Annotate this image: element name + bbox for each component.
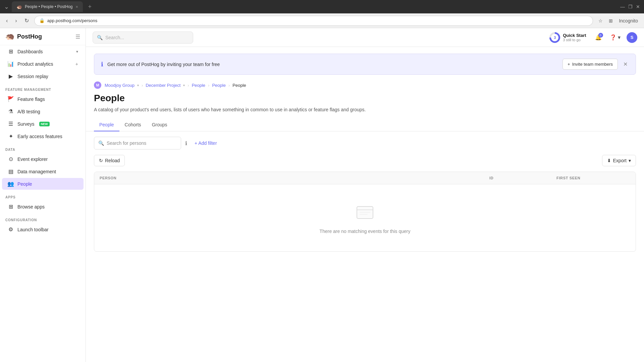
search-placeholder: Search... (105, 35, 124, 40)
breadcrumb-sep-2: › (187, 83, 189, 88)
main-content: 🔍 Search... 3 Quick Start 3 still to go … (86, 28, 644, 362)
sidebar-item-early-access[interactable]: ✦ Early access features (2, 130, 84, 142)
sidebar-item-feature-flags[interactable]: 🚩 Feature flags (2, 93, 84, 105)
breadcrumb-workspace[interactable]: Moodjoy Group (105, 83, 135, 88)
quick-start-title: Quick Start (563, 33, 586, 38)
early-access-icon: ✦ (7, 133, 14, 139)
breadcrumb-subsection[interactable]: People (212, 83, 225, 88)
project-dropdown-icon[interactable]: ▾ (183, 83, 185, 87)
tab-groups[interactable]: Groups (147, 119, 173, 131)
browser-nav-actions: ☆ ⊞ Incognito (596, 17, 640, 25)
maximize-button[interactable]: ❐ (628, 4, 633, 9)
column-person: PERSON (100, 176, 489, 180)
sidebar-item-people[interactable]: 👥 People (2, 178, 84, 190)
search-persons-input[interactable]: 🔍 Search for persons (94, 137, 181, 149)
tab-close-button[interactable]: ✕ (75, 5, 78, 9)
workspace-badge: M (94, 81, 101, 89)
notifications-badge: 0 (598, 33, 603, 38)
breadcrumb-project[interactable]: December Project (146, 83, 180, 88)
tab-cohorts[interactable]: Cohorts (119, 119, 147, 131)
sidebar-item-label: Surveys (17, 121, 35, 127)
empty-state-text: There are no matching events for this qu… (320, 229, 411, 234)
workspace-dropdown-icon[interactable]: ▾ (137, 83, 139, 87)
notifications-button[interactable]: 🔔 0 (593, 32, 604, 43)
empty-state-icon (354, 202, 376, 223)
sidebar-item-ab-testing[interactable]: ⚗ A/B testing (2, 106, 84, 117)
sidebar-item-event-explorer[interactable]: ⊙ Event explorer (2, 153, 84, 165)
banner-close-button[interactable]: ✕ (622, 60, 629, 69)
people-table: PERSON ID FIRST SEEN There are no matchi… (94, 172, 636, 252)
sidebar-item-surveys[interactable]: ☰ Surveys NEW (2, 118, 84, 130)
product-analytics-icon: 📊 (7, 61, 14, 67)
sidebar-item-product-analytics[interactable]: 📊 Product analytics + (2, 58, 84, 70)
quick-start-button[interactable]: 3 Quick Start 3 still to go (547, 31, 589, 44)
add-filter-button[interactable]: + Add filter (191, 138, 220, 148)
svg-rect-3 (360, 214, 368, 215)
sidebar-item-label: Data management (17, 169, 56, 174)
sidebar-item-label: Feature flags (17, 97, 45, 102)
sidebar-header: 🦔 PostHog ☰ (0, 28, 86, 45)
tab-favicon: 🦔 (16, 4, 22, 9)
refresh-button[interactable]: ↻ (22, 16, 31, 25)
search-info-button[interactable]: ℹ (185, 140, 187, 146)
browser-tab[interactable]: 🦔 People • People • PostHog ✕ (12, 1, 83, 12)
sidebar-toggle-button[interactable]: ☰ (75, 34, 80, 40)
breadcrumb-section[interactable]: People (192, 83, 205, 88)
logo: 🦔 PostHog (5, 32, 42, 41)
bookmark-button[interactable]: ☆ (596, 17, 605, 25)
browser-chrome: ⌄ 🦔 People • People • PostHog ✕ + — ❐ ✕ (0, 0, 644, 13)
reload-button[interactable]: ↻ Reload (94, 155, 125, 166)
sidebar-item-launch-toolbar[interactable]: ⚙ Launch toolbar (2, 224, 84, 235)
sidebar-item-data-management[interactable]: ▤ Data management (2, 166, 84, 177)
surveys-icon: ☰ (7, 121, 14, 127)
quick-start-subtitle: 3 still to go (563, 38, 586, 42)
sidebar-item-label: Session replay (17, 74, 48, 79)
help-button[interactable]: ❓ ▾ (608, 32, 623, 43)
app-header: 🔍 Search... 3 Quick Start 3 still to go … (86, 28, 644, 47)
column-id: ID (489, 176, 556, 180)
dashboards-icon: ⊞ (7, 48, 14, 55)
back-button[interactable]: ‹ (4, 16, 10, 25)
surveys-new-badge: NEW (39, 122, 50, 126)
breadcrumb-sep-1: › (142, 83, 143, 88)
dashboards-expand-icon: ▾ (76, 49, 78, 54)
invite-banner: ℹ Get more out of PostHog by inviting yo… (94, 54, 636, 75)
tab-people[interactable]: People (94, 119, 119, 131)
header-actions: 3 Quick Start 3 still to go 🔔 0 ❓ ▾ S (547, 31, 637, 44)
event-explorer-icon: ⊙ (7, 156, 14, 162)
browse-apps-icon: ⊞ (7, 203, 14, 210)
header-search[interactable]: 🔍 Search... (93, 32, 193, 44)
new-tab-button[interactable]: + (86, 2, 95, 12)
export-button[interactable]: ⬇ Export ▾ (602, 155, 636, 166)
user-avatar-button[interactable]: S (627, 32, 637, 43)
sidebar-item-label: People (17, 181, 32, 187)
sidebar-item-label: Event explorer (17, 157, 48, 162)
feature-management-section-label: FEATURE MANAGEMENT (0, 82, 86, 93)
minimize-button[interactable]: — (620, 4, 625, 9)
incognito-button[interactable]: Incognito (617, 17, 640, 25)
svg-rect-2 (360, 212, 370, 213)
ab-testing-icon: ⚗ (7, 108, 14, 115)
apps-section-label: APPS (0, 190, 86, 200)
close-window-button[interactable]: ✕ (636, 4, 640, 9)
invite-team-members-button[interactable]: + Invite team members (562, 59, 618, 70)
search-persons-placeholder: Search for persons (107, 140, 146, 146)
banner-text: Get more out of PostHog by inviting your… (107, 62, 558, 67)
address-bar[interactable]: 🔒 app.posthog.com/persons (34, 16, 593, 26)
configuration-section-label: CONFIGURATION (0, 213, 86, 223)
sidebar-item-dashboards[interactable]: ⊞ Dashboards ▾ (2, 46, 84, 57)
session-replay-icon: ▶ (7, 73, 14, 79)
people-icon: 👥 (7, 181, 14, 187)
product-analytics-add-icon[interactable]: + (75, 61, 78, 67)
sidebar-item-session-replay[interactable]: ▶ Session replay (2, 70, 84, 82)
search-persons-icon: 🔍 (98, 140, 104, 146)
sidebar-item-browse-apps[interactable]: ⊞ Browse apps (2, 201, 84, 213)
breadcrumb-current: People (232, 83, 246, 88)
breadcrumb-sep-3: › (208, 83, 209, 88)
reload-icon: ↻ (99, 158, 103, 163)
extensions-button[interactable]: ⊞ (607, 17, 615, 25)
search-icon: 🔍 (97, 35, 103, 40)
forward-button[interactable]: › (13, 16, 19, 25)
sidebar-item-label: Product analytics (17, 61, 53, 67)
page-description: A catalog of your product's end users, l… (86, 106, 644, 119)
